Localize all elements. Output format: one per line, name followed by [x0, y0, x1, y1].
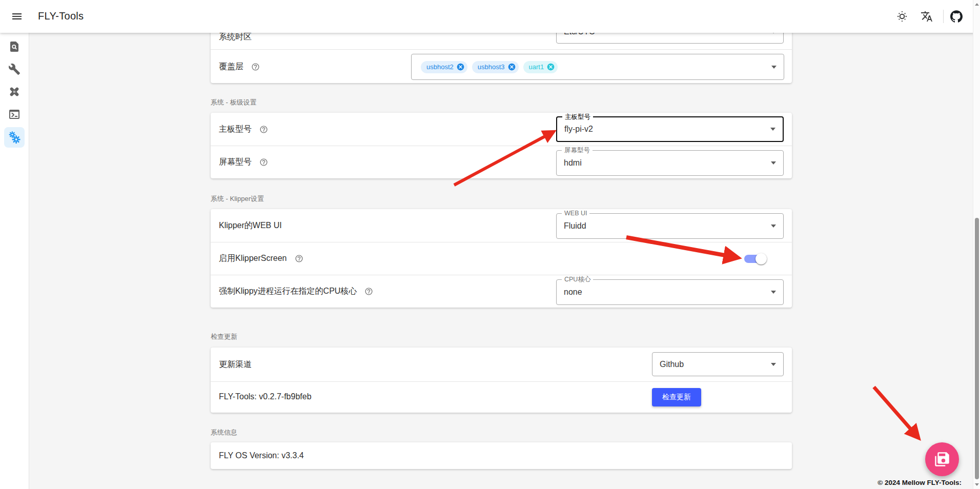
- help-icon[interactable]: [251, 63, 260, 71]
- row-divider: [211, 242, 792, 242]
- webui-field-label: WEB UI: [562, 209, 589, 218]
- chevron-down-icon: [771, 225, 776, 228]
- card-update: 更新渠道 Github FLY-Tools: v0.2.7-fb9bfeb 检查…: [211, 348, 792, 413]
- screen-model-field-label: 屏幕型号: [562, 146, 593, 155]
- bandage-icon: [8, 86, 21, 98]
- row-divider: [211, 146, 792, 146]
- overlays-row-label: 覆盖层: [219, 60, 260, 73]
- screen-model-select-value: hdmi: [564, 158, 582, 168]
- webui-label-text: Klipper的WEB UI: [219, 220, 282, 231]
- update-channel-label-text: 更新渠道: [219, 359, 252, 370]
- help-icon[interactable]: [295, 254, 303, 263]
- overlay-chip[interactable]: usbhost3: [472, 61, 519, 73]
- card-sysinfo: FLY OS Version: v3.3.4: [211, 442, 792, 469]
- chevron-down-icon: [771, 291, 776, 294]
- close-circle-icon[interactable]: [457, 63, 464, 71]
- card-board-settings: 主板型号 主板型号 fly-pi-v2 屏幕型号 屏幕型号 hdmi: [211, 113, 792, 178]
- chip-label: uart1: [529, 63, 544, 71]
- update-channel-select[interactable]: Github: [652, 352, 784, 376]
- sidebar-item-tools[interactable]: [4, 59, 25, 79]
- overlay-chip[interactable]: uart1: [523, 61, 558, 73]
- sidebar: [0, 33, 29, 489]
- board-model-select-value: fly-pi-v2: [564, 125, 593, 134]
- board-model-select[interactable]: 主板型号 fly-pi-v2: [556, 116, 784, 142]
- cpu-core-field-label: CPU核心: [562, 275, 593, 284]
- chip-label: usbhost2: [426, 63, 454, 71]
- board-model-field-label: 主板型号: [562, 113, 593, 121]
- chevron-down-icon: [771, 161, 776, 165]
- board-model-row-label: 主板型号: [219, 123, 268, 135]
- console-icon: [8, 108, 21, 120]
- fly-tools-version-text: FLY-Tools: v0.2.7-fb9bfeb: [219, 392, 312, 401]
- vertical-scrollbar[interactable]: [973, 0, 980, 489]
- file-search-icon: [8, 40, 21, 53]
- screen-model-label-text: 屏幕型号: [219, 157, 252, 168]
- section-title-board: 系统 - 板级设置: [211, 98, 257, 107]
- update-channel-row-label: 更新渠道: [219, 358, 252, 371]
- save-all-icon: [934, 452, 950, 467]
- chip-label: usbhost3: [478, 63, 505, 71]
- klipperscreen-toggle[interactable]: [744, 253, 767, 264]
- cpu-core-select[interactable]: CPU核心 none: [556, 279, 784, 305]
- sidebar-item-repair[interactable]: [4, 82, 25, 102]
- copyright-text: © 2024 Mellow FLY-Tools:: [877, 479, 962, 486]
- fly-os-version-text: FLY OS Version: v3.3.4: [219, 451, 304, 460]
- section-title-update: 检查更新: [211, 332, 237, 341]
- row-divider: [211, 49, 792, 50]
- close-circle-icon[interactable]: [547, 63, 555, 71]
- github-icon: [950, 10, 963, 23]
- cpu-core-select-value: none: [564, 288, 582, 297]
- row-divider: [211, 275, 792, 275]
- klipperscreen-label-text: 启用KlipperScreen: [219, 253, 287, 264]
- toggle-thumb: [756, 253, 767, 264]
- section-title-sysinfo: 系统信息: [211, 428, 237, 437]
- wrench-icon: [8, 63, 21, 75]
- topbar: FLY-Tools: [0, 0, 980, 33]
- update-channel-select-value: Github: [660, 360, 684, 369]
- board-model-label-text: 主板型号: [219, 124, 252, 135]
- cpu-core-label-text: 强制Klippy进程运行在指定的CPU核心: [219, 286, 357, 297]
- brightness-icon: [896, 10, 908, 23]
- sidebar-item-terminal[interactable]: [4, 104, 25, 125]
- chevron-down-icon: [771, 66, 777, 69]
- translate-icon: [921, 10, 933, 23]
- overlays-label-text: 覆盖层: [219, 62, 243, 72]
- language-translate-button[interactable]: [921, 10, 933, 23]
- scroll-down-arrow-icon[interactable]: [975, 483, 979, 486]
- row-divider: [211, 381, 792, 382]
- webui-select[interactable]: WEB UI Fluidd: [556, 213, 784, 239]
- github-link-button[interactable]: [950, 10, 963, 23]
- close-circle-icon[interactable]: [508, 63, 516, 71]
- scroll-up-arrow-icon[interactable]: [975, 3, 979, 6]
- chevron-down-icon: [771, 363, 776, 366]
- theme-toggle-button[interactable]: [896, 10, 908, 23]
- overlay-chip[interactable]: usbhost2: [421, 61, 467, 73]
- screen-model-select[interactable]: 屏幕型号 hdmi: [556, 150, 784, 176]
- check-update-button[interactable]: 检查更新: [652, 388, 701, 406]
- screen-model-row-label: 屏幕型号: [219, 156, 268, 168]
- cpu-core-row-label: 强制Klippy进程运行在指定的CPU核心: [219, 285, 373, 297]
- help-icon[interactable]: [259, 125, 268, 134]
- overlays-multiselect[interactable]: usbhost2 usbhost3 uart1: [411, 54, 784, 80]
- settings-gears-icon: [8, 131, 21, 144]
- overlay-chips: usbhost2 usbhost3 uart1: [421, 54, 558, 79]
- chevron-down-icon: [770, 128, 775, 131]
- sidebar-item-log-inspect[interactable]: [4, 36, 25, 57]
- scrollbar-thumb[interactable]: [975, 218, 979, 479]
- card-klipper-settings: Klipper的WEB UI WEB UI Fluidd 启用KlipperSc…: [211, 209, 792, 308]
- app-title: FLY-Tools: [38, 10, 84, 22]
- hamburger-icon: [11, 10, 23, 23]
- section-title-klipper: 系统 - Klipper设置: [211, 194, 264, 203]
- fly-tools-version-label: FLY-Tools: v0.2.7-fb9bfeb: [219, 391, 312, 403]
- arrow-to-save-fab: [874, 387, 917, 437]
- klipperscreen-row-label: 启用KlipperScreen: [219, 252, 303, 264]
- save-all-fab-button[interactable]: [925, 442, 959, 476]
- topbar-divider: [943, 10, 944, 23]
- timezone-label-text: 系统时区: [219, 32, 252, 43]
- webui-select-value: Fluidd: [564, 221, 586, 231]
- sidebar-item-settings[interactable]: [4, 127, 25, 148]
- help-icon[interactable]: [364, 287, 373, 296]
- hamburger-menu-button[interactable]: [9, 9, 25, 24]
- help-icon[interactable]: [259, 158, 268, 167]
- webui-row-label: Klipper的WEB UI: [219, 219, 282, 232]
